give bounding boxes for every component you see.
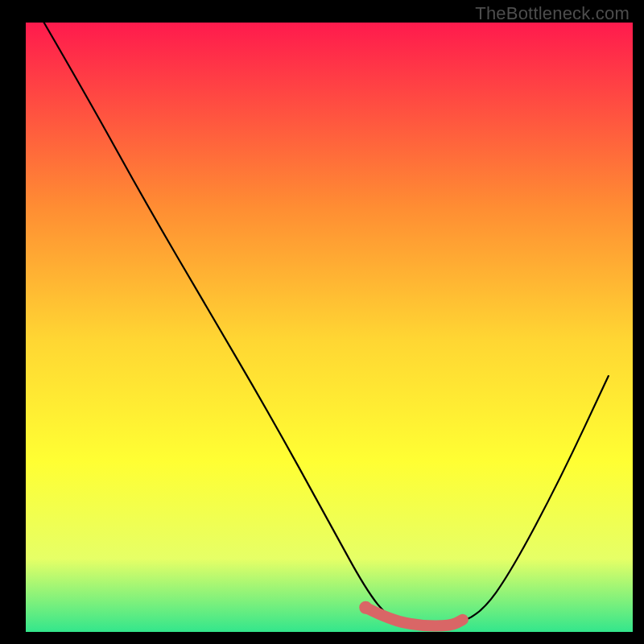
optimal-range-start-dot bbox=[359, 601, 372, 614]
bottleneck-chart bbox=[0, 0, 644, 644]
chart-container: { "watermark": "TheBottleneck.com", "col… bbox=[0, 0, 644, 644]
watermark-text: TheBottleneck.com bbox=[475, 3, 630, 24]
gradient-background bbox=[26, 23, 633, 632]
